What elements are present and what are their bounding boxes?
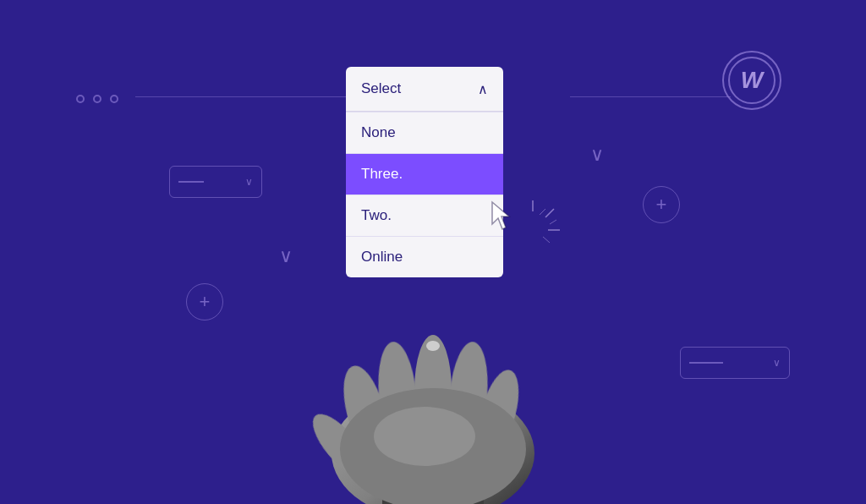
svg-line-3 [540,209,545,215]
dropdown-option-two[interactable]: Two. [346,195,503,237]
dot-3 [110,95,118,103]
select-trigger-label: Select [361,80,401,97]
mini-dropdown-left[interactable]: ∨ [169,166,262,198]
dropdown-option-none[interactable]: None [346,112,503,154]
chevron-down-icon-mini-right: ∨ [773,357,781,369]
dash-icon-right [689,362,723,364]
dot-1 [76,95,85,103]
chevron-up-icon: ∧ [478,81,488,97]
wordpress-inner-ring: W [728,57,776,104]
dash-icon [178,181,204,183]
plus-circle-right[interactable]: + [643,186,680,223]
plus-icon-right: + [656,194,667,216]
sparkle-decoration [499,196,567,267]
horizontal-line-left [135,96,347,97]
svg-point-16 [426,341,440,351]
chevron-down-icon: ∨ [245,176,253,188]
dropdown-option-three[interactable]: Three. [346,154,503,195]
select-dropdown[interactable]: Select ∧ None Three. Two. Online [346,67,503,277]
dropdown-option-online[interactable]: Online [346,237,503,277]
chevron-down-icon-left: ∨ [279,245,293,267]
plus-icon-left: + [200,291,211,313]
mini-dropdown-right[interactable]: ∨ [680,347,790,379]
dropdown-options-list: None Three. Two. Online [346,111,503,277]
horizontal-line-right [570,96,731,97]
three-dots [76,95,118,103]
wordpress-logo: W [722,51,781,110]
svg-line-1 [545,209,554,217]
chevron-down-icon-right: ∨ [590,144,604,166]
dot-2 [93,95,101,103]
select-trigger-button[interactable]: Select ∧ [346,67,503,111]
wordpress-w-letter: W [741,67,763,94]
plus-circle-left[interactable]: + [186,283,223,320]
svg-point-15 [374,407,475,466]
svg-line-4 [550,220,556,224]
svg-line-5 [543,237,550,243]
hand-image [272,267,594,504]
